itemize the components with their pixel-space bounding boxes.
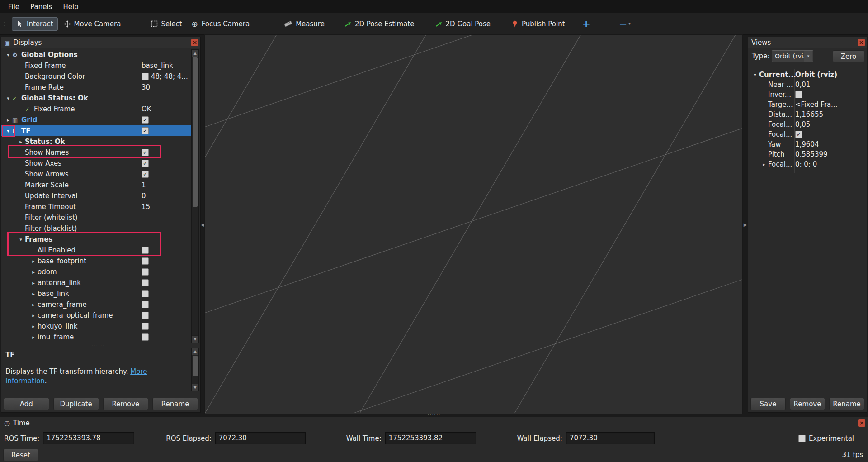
tool-select[interactable]: Select xyxy=(146,17,186,31)
displays-row-marker-scale[interactable]: Marker Scale1 xyxy=(1,180,191,191)
antenna-link-expand-arrow[interactable]: ▸ xyxy=(29,280,38,286)
base-footprint-expand-arrow[interactable]: ▸ xyxy=(29,258,38,264)
antenna-link-checkbox[interactable] xyxy=(142,279,149,286)
base-link-expand-arrow[interactable]: ▸ xyxy=(29,291,38,297)
show-arrows-checkbox[interactable]: ✓ xyxy=(142,171,149,178)
displays-row-frame-timeout[interactable]: Frame Timeout15 xyxy=(1,201,191,212)
scroll-thumb[interactable] xyxy=(193,57,198,207)
displays-row-global-options[interactable]: ▾⚙Global Options xyxy=(1,49,191,60)
scroll-thumb[interactable] xyxy=(193,356,198,376)
collapse-right-icon[interactable]: ▶ xyxy=(744,222,747,227)
camera-frame-checkbox[interactable] xyxy=(142,301,149,308)
grid-checkbox[interactable]: ✓ xyxy=(142,116,149,124)
odom-checkbox[interactable] xyxy=(142,268,149,276)
displays-row-fixed-frame[interactable]: ✓Fixed FrameOK xyxy=(1,104,191,114)
views-row-focal[interactable]: ▸Focal...0; 0; 0 xyxy=(748,159,867,169)
displays-add-button[interactable]: Add xyxy=(4,398,49,410)
background-color-swatch[interactable] xyxy=(142,73,149,80)
displays-row-camera-optical-frame[interactable]: ▸camera_optical_frame xyxy=(1,310,191,321)
3d-viewport[interactable] xyxy=(204,34,743,414)
menu-panels[interactable]: Panels xyxy=(25,1,57,12)
displays-row-antenna-link[interactable]: ▸antenna_link xyxy=(1,277,191,288)
displays-rename-button[interactable]: Rename xyxy=(152,398,198,410)
global-options-expand-arrow[interactable]: ▾ xyxy=(4,52,12,58)
status-ok-expand-arrow[interactable]: ▸ xyxy=(17,139,25,145)
dropdown-arrow-icon[interactable]: ▾ xyxy=(804,51,812,62)
camera-optical-frame-expand-arrow[interactable]: ▸ xyxy=(29,313,38,319)
menu-help[interactable]: Help xyxy=(57,1,84,12)
displays-row-filter-whitelist[interactable]: Filter (whitelist) xyxy=(1,212,191,223)
displays-row-grid[interactable]: ▸▦Grid✓ xyxy=(1,114,191,125)
odom-expand-arrow[interactable]: ▸ xyxy=(29,269,38,275)
description-scrollbar[interactable]: ▲ ▼ xyxy=(191,348,199,391)
camera-optical-frame-checkbox[interactable] xyxy=(142,312,149,319)
views-rename-button[interactable]: Rename xyxy=(829,398,864,410)
scroll-down-icon[interactable]: ▼ xyxy=(192,384,198,391)
displays-row-base-footprint[interactable]: ▸base_footprint xyxy=(1,256,191,267)
views-panel-header[interactable]: Views × xyxy=(748,37,867,48)
views-row-targe[interactable]: Targe...<Fixed Fra... xyxy=(748,100,867,110)
displays-close-button[interactable]: × xyxy=(191,39,198,46)
show-names-checkbox[interactable]: ✓ xyxy=(142,149,149,156)
camera-frame-expand-arrow[interactable]: ▸ xyxy=(29,302,38,308)
zero-button[interactable]: Zero xyxy=(833,50,864,62)
focal-expand-arrow[interactable]: ▸ xyxy=(760,162,768,167)
reset-button[interactable]: Reset xyxy=(3,449,38,461)
time-close-button[interactable]: × xyxy=(858,419,865,427)
displays-row-show-axes[interactable]: Show Axes✓ xyxy=(1,158,191,169)
displays-scrollbar[interactable]: ▲ ▼ xyxy=(191,49,199,343)
focal-checkbox[interactable]: ✓ xyxy=(795,131,802,138)
hokuyo-link-expand-arrow[interactable]: ▸ xyxy=(29,324,38,329)
tool-interact[interactable]: Interact xyxy=(12,17,58,31)
inver-checkbox[interactable] xyxy=(795,91,802,98)
tf-checkbox[interactable]: ✓ xyxy=(142,127,149,134)
left-splitter[interactable]: ◀ xyxy=(201,34,204,414)
displays-row-hokuyo-link[interactable]: ▸hokuyo_link xyxy=(1,321,191,332)
displays-row-frame-rate[interactable]: Frame Rate30 xyxy=(1,82,191,93)
views-row-inver[interactable]: Inver... xyxy=(748,90,867,100)
frames-expand-arrow[interactable]: ▾ xyxy=(17,237,25,243)
displays-row-odom[interactable]: ▸odom xyxy=(1,267,191,277)
views-close-button[interactable]: × xyxy=(858,39,865,46)
show-axes-checkbox[interactable]: ✓ xyxy=(142,160,149,167)
views-row-current[interactable]: ▾Current...Orbit (rviz) xyxy=(748,70,867,80)
views-row-pitch[interactable]: Pitch0,585399 xyxy=(748,149,867,159)
views-remove-button[interactable]: Remove xyxy=(790,398,825,410)
scroll-down-icon[interactable]: ▼ xyxy=(192,335,198,343)
displays-row-all-enabled[interactable]: All Enabled xyxy=(1,245,191,256)
base-link-checkbox[interactable] xyxy=(142,290,149,297)
scroll-up-icon[interactable]: ▲ xyxy=(192,50,198,57)
tool-measure[interactable]: Measure xyxy=(280,17,329,31)
tool-publish-point[interactable]: Publish Point xyxy=(507,17,569,31)
displays-row-show-arrows[interactable]: Show Arrows✓ xyxy=(1,169,191,180)
imu-frame-checkbox[interactable] xyxy=(142,333,149,341)
collapse-left-icon[interactable]: ◀ xyxy=(201,222,204,227)
grid-expand-arrow[interactable]: ▸ xyxy=(4,117,12,123)
displays-row-tf[interactable]: ▾TF✓ xyxy=(1,125,191,136)
all-enabled-checkbox[interactable] xyxy=(142,247,149,254)
tf-expand-arrow[interactable]: ▾ xyxy=(4,128,12,134)
hokuyo-link-checkbox[interactable] xyxy=(142,323,149,330)
ros-elapsed-value[interactable]: 7072.30 xyxy=(215,432,306,444)
time-panel-header[interactable]: ◷ Time xyxy=(4,419,30,427)
displays-row-filter-blacklist[interactable]: Filter (blacklist) xyxy=(1,223,191,234)
bottom-splitter[interactable]: ······ xyxy=(0,413,868,417)
displays-row-background-color[interactable]: Background Color48; 48; 4... xyxy=(1,71,191,82)
tool-remove-tool[interactable]: −▾ xyxy=(615,17,634,31)
views-row-yaw[interactable]: Yaw1,9604 xyxy=(748,139,867,149)
displays-row-frames[interactable]: ▾Frames xyxy=(1,234,191,245)
scroll-up-icon[interactable]: ▲ xyxy=(192,348,198,355)
displays-remove-button[interactable]: Remove xyxy=(103,398,149,410)
right-splitter[interactable]: ▶ xyxy=(743,34,748,414)
views-save-button[interactable]: Save xyxy=(750,398,786,410)
wall-elapsed-value[interactable]: 7072.30 xyxy=(566,432,655,444)
displays-panel-header[interactable]: ▣ Displays × xyxy=(1,37,200,48)
displays-row-base-link[interactable]: ▸base_link xyxy=(1,288,191,299)
tool-2d-goal-pose[interactable]: 2D Goal Pose xyxy=(431,17,495,31)
displays-row-imu-frame[interactable]: ▸imu_frame xyxy=(1,332,191,343)
displays-row-fixed-frame[interactable]: Fixed Framebase_link xyxy=(1,60,191,71)
displays-row-camera-frame[interactable]: ▸camera_frame xyxy=(1,299,191,310)
ros-time-value[interactable]: 1752253393.78 xyxy=(43,432,134,444)
displays-duplicate-button[interactable]: Duplicate xyxy=(53,398,99,410)
tool-focus-camera[interactable]: ⊕Focus Camera xyxy=(187,17,254,31)
